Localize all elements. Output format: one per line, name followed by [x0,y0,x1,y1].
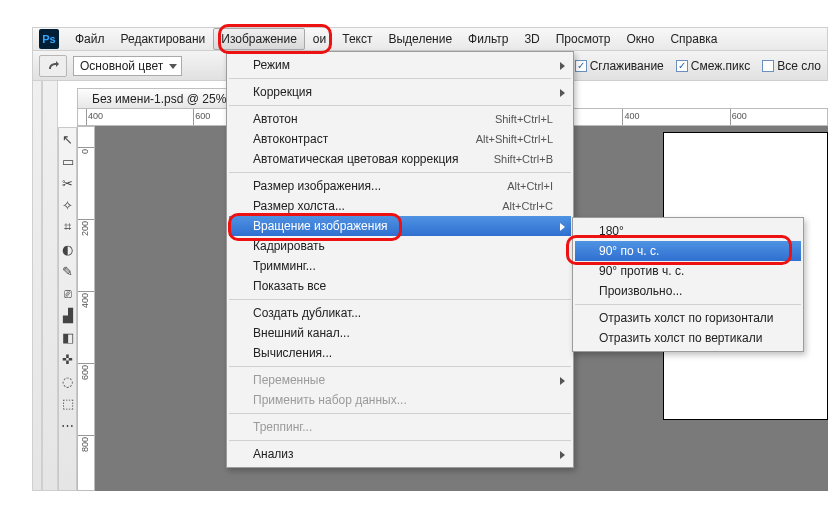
foreground-color-combo[interactable]: Основной цвет [73,56,182,76]
tool-button[interactable]: ▟ [59,304,76,326]
menu-item: Треппинг... [229,417,571,437]
menu-item[interactable]: Отразить холст по вертикали [575,328,801,348]
menu-3d[interactable]: 3D [516,28,547,50]
menu-item[interactable]: Анализ [229,444,571,464]
menu-item[interactable]: 90° против ч. с. [575,261,801,281]
contiguous-checkbox[interactable]: ✓Смеж.пикс [676,59,750,73]
menu-просмотр[interactable]: Просмотр [548,28,619,50]
all-layers-checkbox[interactable]: Все сло [762,59,821,73]
menu-окно[interactable]: Окно [619,28,663,50]
menu-item[interactable]: Произвольно... [575,281,801,301]
menu-item[interactable]: Коррекция [229,82,571,102]
menu-item[interactable]: Вычисления... [229,343,571,363]
tool-button[interactable]: ⌗ [59,216,76,238]
tool-button[interactable]: ◐ [59,238,76,260]
check-icon: ✓ [676,60,688,72]
panel-strip-a [32,27,42,491]
menu-item[interactable]: Размер холста...Alt+Ctrl+C [229,196,571,216]
menu-item[interactable]: 90° по ч. с. [575,241,801,261]
menu-item[interactable]: Кадрировать [229,236,571,256]
panel-strip-b [42,27,58,491]
tool-button[interactable]: ▭ [59,150,76,172]
tool-button[interactable]: ◧ [59,326,76,348]
image-menu-dropdown: РежимКоррекцияАвтотонShift+Ctrl+LАвтокон… [226,51,574,468]
menu-item[interactable]: АвтоконтрастAlt+Shift+Ctrl+L [229,129,571,149]
tool-preset-picker[interactable] [39,55,67,77]
check-icon: ✓ [575,60,587,72]
menu-редактировани[interactable]: Редактировани [113,28,214,50]
tool-button[interactable]: ✜ [59,348,76,370]
antialias-checkbox[interactable]: ✓Сглаживание [575,59,664,73]
tool-button[interactable]: ✂ [59,172,76,194]
menu-item: Применить набор данных... [229,390,571,410]
menu-item[interactable]: Вращение изображения [229,216,571,236]
combo-label: Основной цвет [80,59,163,73]
menu-item[interactable]: 180° [575,221,801,241]
check-icon [762,60,774,72]
menu-изображение[interactable]: Изображение [213,28,305,50]
menu-item[interactable]: Внешний канал... [229,323,571,343]
app-logo: Ps [39,29,59,49]
menu-item[interactable]: АвтотонShift+Ctrl+L [229,109,571,129]
toolbox: ↖▭✂✧⌗◐✎⎚▟◧✜◌⬚⋯ [58,127,77,491]
menu-item[interactable]: Размер изображения...Alt+Ctrl+I [229,176,571,196]
tool-button[interactable]: ⋯ [59,414,76,436]
menu-item[interactable]: Создать дубликат... [229,303,571,323]
menu-item[interactable]: Показать все [229,276,571,296]
tool-button[interactable]: ↖ [59,128,76,150]
menubar: Ps ФайлРедактированиИзображениеоиТекстВы… [32,27,828,51]
menu-ои[interactable]: ои [305,28,334,50]
tool-button[interactable]: ◌ [59,370,76,392]
menu-item[interactable]: Тримминг... [229,256,571,276]
tool-button[interactable]: ⬚ [59,392,76,414]
menu-item[interactable]: Режим [229,55,571,75]
menu-фильтр[interactable]: Фильтр [460,28,516,50]
tool-button[interactable]: ✧ [59,194,76,216]
tool-button[interactable]: ⎚ [59,282,76,304]
menu-item[interactable]: Автоматическая цветовая коррекцияShift+C… [229,149,571,169]
tool-button[interactable]: ✎ [59,260,76,282]
menu-текст[interactable]: Текст [334,28,380,50]
menu-item: Переменные [229,370,571,390]
menu-файл[interactable]: Файл [67,28,113,50]
menu-item[interactable]: Отразить холст по горизонтали [575,308,801,328]
image-rotation-submenu: 180°90° по ч. с.90° против ч. с.Произвол… [572,217,804,352]
menu-справка[interactable]: Справка [662,28,725,50]
menu-выделение[interactable]: Выделение [380,28,460,50]
ruler-vertical: 0200400600800 [77,126,95,491]
